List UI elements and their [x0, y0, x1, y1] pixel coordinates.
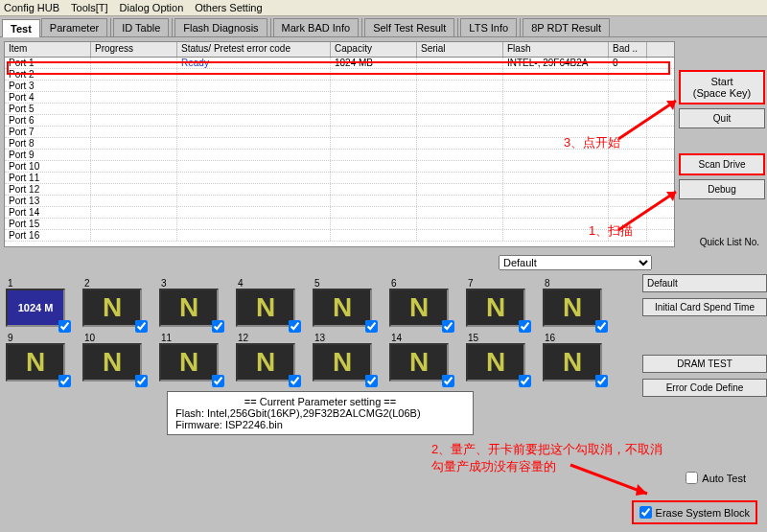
- table-row[interactable]: Port 6: [5, 115, 674, 127]
- table-row[interactable]: Port 3: [5, 81, 674, 92]
- port-checkbox[interactable]: [135, 375, 148, 387]
- table-row[interactable]: Port 13: [5, 196, 674, 207]
- menu-config-hub[interactable]: Config HUB: [4, 2, 59, 13]
- port-label: 3: [159, 278, 230, 289]
- port-box-12[interactable]: N: [236, 343, 295, 382]
- col-flash[interactable]: Flash: [503, 42, 609, 57]
- port-label: 1: [6, 278, 77, 289]
- table-row[interactable]: Port 14: [5, 207, 674, 219]
- svg-marker-2: [636, 484, 647, 496]
- tab-mark-bad[interactable]: Mark BAD Info: [273, 18, 360, 36]
- tab-self-test[interactable]: Self Test Result: [364, 18, 454, 36]
- port-checkbox[interactable]: [519, 320, 531, 333]
- auto-test-checkbox[interactable]: [686, 472, 698, 484]
- grid-header: Item Progress Status/ Pretest error code…: [5, 42, 674, 58]
- port-checkbox[interactable]: [365, 375, 378, 387]
- table-row[interactable]: Port 5: [5, 104, 674, 115]
- table-row[interactable]: Port 16: [5, 230, 674, 242]
- port-box-4[interactable]: N: [236, 289, 295, 327]
- port-box-3[interactable]: N: [159, 289, 219, 327]
- parameter-setting-box: == Current Parameter setting == Flash: I…: [167, 391, 474, 435]
- initial-card-button[interactable]: Initial Card Spend Time: [642, 298, 767, 316]
- port-box-8[interactable]: N: [543, 289, 602, 327]
- table-row[interactable]: Port 9: [5, 150, 674, 161]
- port-box-1[interactable]: N: [6, 289, 65, 327]
- port-box-14[interactable]: N: [389, 343, 449, 382]
- port-box-6[interactable]: N: [389, 289, 449, 327]
- erase-system-block-checkbox[interactable]: [639, 506, 652, 519]
- menu-others[interactable]: Others Setting: [195, 2, 262, 13]
- tab-id-table[interactable]: ID Table: [113, 18, 169, 36]
- col-capacity[interactable]: Capacity: [331, 42, 417, 57]
- table-row[interactable]: Port 7: [5, 127, 674, 138]
- erase-block-row: Erase System Block: [632, 500, 757, 524]
- port-checkbox[interactable]: [58, 375, 71, 387]
- port-label: 11: [159, 333, 230, 343]
- port-checkbox[interactable]: [212, 375, 224, 387]
- port-label: 6: [389, 278, 460, 289]
- menu-tools[interactable]: Tools[T]: [71, 2, 108, 13]
- port-label: 10: [82, 333, 153, 343]
- port-checkbox[interactable]: [365, 320, 378, 333]
- port-box-15[interactable]: N: [466, 343, 525, 382]
- preset-select[interactable]: Default: [499, 255, 652, 270]
- port-label: 5: [313, 278, 384, 289]
- port-box-13[interactable]: N: [313, 343, 372, 382]
- table-row[interactable]: Port 1Ready1024 MBINTEL-, 29F64B2A0: [5, 58, 674, 69]
- table-row[interactable]: Port 12: [5, 184, 674, 196]
- port-box-9[interactable]: N: [6, 343, 65, 382]
- tab-flash-diagnosis[interactable]: Flash Diagnosis: [174, 18, 267, 36]
- start-button[interactable]: Start(Space Key): [679, 70, 765, 104]
- port-label: 9: [6, 333, 77, 343]
- debug-button[interactable]: Debug: [679, 179, 765, 199]
- port-label: 4: [236, 278, 307, 289]
- port-checkbox[interactable]: [58, 320, 71, 333]
- table-row[interactable]: Port 11: [5, 173, 674, 184]
- col-status[interactable]: Status/ Pretest error code: [177, 42, 331, 57]
- col-item[interactable]: Item: [5, 42, 91, 57]
- col-bad[interactable]: Bad ..: [609, 42, 647, 57]
- tab-8p-rdt[interactable]: 8P RDT Result: [523, 18, 610, 36]
- tab-lts[interactable]: LTS Info: [460, 18, 517, 36]
- quit-button[interactable]: Quit: [679, 108, 765, 128]
- col-progress[interactable]: Progress: [91, 42, 177, 57]
- port-checkbox[interactable]: [212, 320, 224, 333]
- port-checkbox[interactable]: [519, 375, 531, 387]
- table-row[interactable]: Port 4: [5, 92, 674, 104]
- port-checkbox[interactable]: [289, 375, 301, 387]
- tab-parameter[interactable]: Parameter: [41, 18, 107, 36]
- scan-drive-button[interactable]: Scan Drive: [679, 153, 765, 175]
- port-box-5[interactable]: N: [313, 289, 372, 327]
- annotation-2: 2、量产、开卡前要把这个勾取消，不取消勾量产成功没有容量的: [431, 441, 671, 475]
- port-box-7[interactable]: N: [466, 289, 525, 327]
- port-checkbox[interactable]: [289, 320, 301, 333]
- default-label: Default: [642, 274, 767, 292]
- port-box-2[interactable]: N: [82, 289, 142, 327]
- tab-row: Test Parameter ID Table Flash Diagnosis …: [0, 16, 767, 37]
- col-serial[interactable]: Serial: [417, 42, 503, 57]
- menu-dialog[interactable]: Dialog Option: [120, 2, 184, 13]
- table-row[interactable]: Port 15: [5, 219, 674, 230]
- quick-list-label: Quick List No.: [679, 235, 765, 247]
- port-label: 16: [543, 333, 614, 343]
- port-label: 13: [313, 333, 384, 343]
- port-label: 2: [82, 278, 153, 289]
- port-box-11[interactable]: N: [159, 343, 219, 382]
- port-checkbox[interactable]: [135, 320, 148, 333]
- table-row[interactable]: Port 8: [5, 138, 674, 150]
- table-row[interactable]: Port 10: [5, 161, 674, 173]
- error-code-button[interactable]: Error Code Define: [642, 379, 767, 397]
- port-checkbox[interactable]: [442, 320, 454, 333]
- port-label: 7: [466, 278, 537, 289]
- port-box-10[interactable]: N: [82, 343, 142, 382]
- port-grid: Item Progress Status/ Pretest error code…: [4, 41, 675, 247]
- port-box-16[interactable]: N: [543, 343, 602, 382]
- tab-test[interactable]: Test: [2, 19, 40, 37]
- port-label: 14: [389, 333, 460, 343]
- port-label: 15: [466, 333, 537, 343]
- port-checkbox[interactable]: [442, 375, 454, 387]
- table-row[interactable]: Port 2: [5, 69, 674, 81]
- dram-test-button[interactable]: DRAM TEST: [642, 355, 767, 373]
- port-checkbox[interactable]: [595, 320, 608, 333]
- port-checkbox[interactable]: [595, 375, 608, 387]
